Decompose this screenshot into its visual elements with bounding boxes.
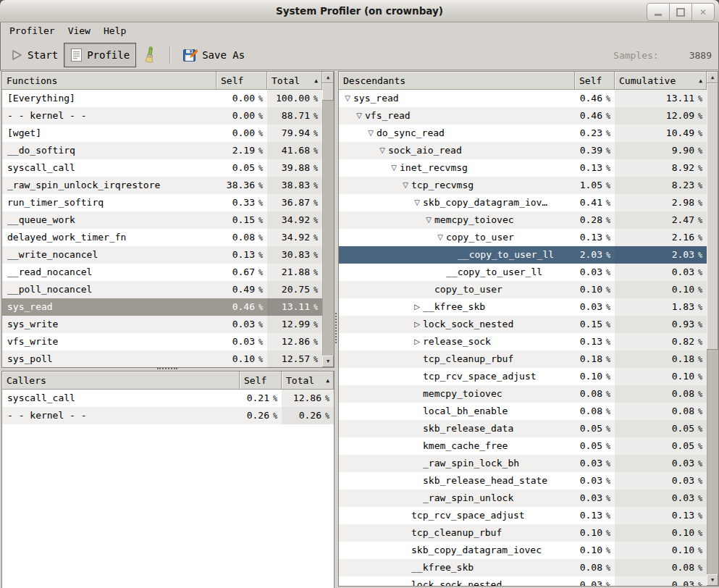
descendants-tree-row[interactable]: __kfree_skb0.08%0.08% [339, 559, 707, 576]
menu-view[interactable]: View [62, 22, 97, 40]
functions-table-row[interactable]: - - kernel - -0.00%88.71% [2, 107, 322, 125]
vertical-splitter[interactable] [333, 71, 338, 585]
descendants-scrollbar[interactable]: ▲ ▼ [707, 72, 718, 586]
functions-table-row[interactable]: __read_nocancel0.67%21.88% [2, 264, 322, 281]
functions-table-row[interactable]: __do_softirq2.19%41.68% [2, 142, 322, 159]
descendants-tree-row[interactable]: ▷release_sock0.13%0.82% [339, 333, 707, 350]
percent-sign: % [698, 477, 702, 485]
descendants-tree-row[interactable]: ▷__kfree_skb0.03%1.83% [339, 298, 707, 316]
descendants-tree-row[interactable]: ▽do_sync_read0.23%10.49% [339, 125, 707, 142]
function-name-cell: sys_read [2, 298, 216, 316]
descendants-tree-row[interactable]: ▽sys_read0.46%13.11% [339, 90, 707, 107]
descendants-tree-row[interactable]: ▽sock_aio_read0.39%9.90% [339, 142, 707, 159]
functions-scrollbar[interactable]: ▲ ▼ [322, 72, 334, 367]
percent-number: 0.03 [580, 579, 602, 586]
menu-help[interactable]: Help [97, 22, 133, 40]
descendants-tree-row[interactable]: ▽vfs_read0.46%12.09% [339, 107, 707, 125]
callers-table-row[interactable]: - - kernel - -0.26%0.26% [2, 407, 334, 424]
descendants-scrollbar-thumb[interactable] [707, 83, 718, 350]
functions-table-row[interactable]: sys_read0.46%13.11% [2, 298, 322, 316]
functions-table-row[interactable]: __poll_nocancel0.49%20.75% [2, 281, 322, 298]
expander-open-icon[interactable]: ▽ [400, 177, 411, 194]
percent-number: 0.13 [580, 510, 602, 521]
functions-table-row[interactable]: syscall_call0.05%39.88% [2, 159, 322, 177]
functions-table-row[interactable]: vfs_write0.03%12.86% [2, 333, 322, 350]
descendants-column-header[interactable]: Descendants [339, 72, 575, 90]
functions-table-row[interactable]: [Everything]0.00%100.00% [2, 90, 322, 107]
callers-column-header[interactable]: Callers [2, 371, 240, 390]
descendants-tree-row[interactable]: skb_copy_datagram_iovec0.10%0.10% [339, 542, 707, 559]
expander-open-icon[interactable]: ▽ [411, 194, 423, 211]
scroll-up-icon[interactable]: ▲ [322, 72, 334, 83]
expander-collapsed-icon[interactable]: ▷ [411, 316, 423, 333]
functions-table-row[interactable]: delayed_work_timer_fn0.08%34.92% [2, 229, 322, 246]
menu-profiler[interactable]: Profiler [3, 22, 62, 40]
self-value: 0.08% [216, 229, 267, 246]
functions-table-row[interactable]: __queue_work0.15%34.92% [2, 211, 322, 229]
callers-total-column-header[interactable]: Total▲ [282, 371, 334, 390]
functions-table-row[interactable]: sys_poll0.10%12.57% [2, 350, 322, 367]
expander-open-icon[interactable]: ▽ [434, 229, 446, 246]
expander-open-icon[interactable]: ▽ [365, 125, 377, 142]
profile-button[interactable]: Profile [64, 43, 136, 67]
descendants-tree-row[interactable]: ▽copy_to_user0.13%2.16% [339, 229, 707, 246]
percent-number: 0.41 [580, 197, 602, 208]
descendants-tree-row[interactable]: ▽tcp_recvmsg1.05%8.23% [339, 177, 707, 194]
expander-open-icon[interactable]: ▽ [388, 159, 400, 177]
function-name-label: vfs_read [365, 107, 411, 125]
descendants-tree-row[interactable]: __copy_to_user_ll0.03%0.03% [339, 264, 707, 281]
close-button[interactable]: ✕ [692, 3, 715, 21]
start-button[interactable]: Start [4, 43, 64, 67]
functions-table-row[interactable]: _raw_spin_unlock_irqrestore38.36%38.83% [2, 177, 322, 194]
descendants-self-column-header[interactable]: Self [575, 72, 615, 90]
descendants-tree-row[interactable]: memcpy_toiovec0.08%0.08% [339, 385, 707, 403]
functions-scrollbar-thumb[interactable] [322, 83, 334, 101]
expander-open-icon[interactable]: ▽ [353, 107, 365, 125]
scroll-down-icon[interactable]: ▼ [322, 356, 334, 367]
callers-table-row[interactable]: syscall_call0.21%12.86% [2, 390, 334, 407]
cumulative-column-header[interactable]: Cumulative▲ [615, 72, 707, 90]
descendants-tree-row[interactable]: local_bh_enable0.08%0.08% [339, 403, 707, 420]
descendants-tree-row[interactable]: _raw_spin_lock_bh0.03%0.03% [339, 455, 707, 472]
percent-sign: % [698, 303, 702, 311]
expander-open-icon[interactable]: ▽ [377, 142, 388, 159]
descendants-tree-row[interactable]: tcp_cleanup_rbuf0.10%0.10% [339, 524, 707, 542]
descendants-tree-row[interactable]: lock_sock_nested0.03%0.03% [339, 576, 707, 586]
percent-sign: % [698, 112, 702, 120]
scroll-up-icon[interactable]: ▲ [707, 72, 718, 83]
total-column-header[interactable]: Total▲ [267, 72, 322, 90]
percent-sign: % [314, 147, 318, 155]
descendants-tree-row[interactable]: tcp_rcv_space_adjust0.10%0.10% [339, 368, 707, 385]
callers-self-column-header[interactable]: Self [240, 371, 282, 390]
percent-sign: % [258, 217, 263, 224]
expander-open-icon[interactable]: ▽ [423, 211, 434, 229]
reset-brush-button[interactable] [136, 43, 164, 67]
descendants-tree-row[interactable]: tcp_rcv_space_adjust0.13%0.13% [339, 507, 707, 524]
expander-collapsed-icon[interactable]: ▷ [411, 298, 423, 316]
descendants-tree-row[interactable]: ▽memcpy_toiovec0.28%2.47% [339, 211, 707, 229]
descendants-tree-row[interactable]: tcp_cleanup_rbuf0.18%0.18% [339, 350, 707, 368]
descendants-tree-row[interactable]: _raw_spin_unlock0.03%0.03% [339, 490, 707, 507]
scroll-down-icon[interactable]: ▼ [707, 574, 718, 586]
descendants-tree-row[interactable]: __copy_to_user_ll2.03%2.03% [339, 246, 707, 264]
functions-table-row[interactable]: sys_write0.03%12.99% [2, 316, 322, 333]
functions-table-row[interactable]: [wget]0.00%79.94% [2, 125, 322, 142]
self-value: 0.46% [575, 107, 615, 125]
functions-table-row[interactable]: run_timer_softirq0.33%36.87% [2, 194, 322, 211]
self-column-header[interactable]: Self [216, 72, 267, 90]
descendants-tree-row[interactable]: copy_to_user0.10%0.10% [339, 281, 707, 298]
expander-open-icon[interactable]: ▽ [342, 90, 353, 107]
save-as-button[interactable]: Save As [177, 43, 251, 67]
expander-collapsed-icon[interactable]: ▷ [411, 333, 423, 350]
descendants-tree-row[interactable]: ▽inet_recvmsg0.13%8.92% [339, 159, 707, 177]
descendants-tree-row[interactable]: kmem_cache_free0.05%0.05% [339, 437, 707, 455]
descendants-tree-row[interactable]: ▷lock_sock_nested0.15%0.93% [339, 316, 707, 333]
maximize-button[interactable] [670, 3, 692, 21]
minimize-button[interactable] [647, 3, 670, 21]
descendants-tree-row[interactable]: skb_release_data0.05%0.05% [339, 420, 707, 437]
functions-table-row[interactable]: __write_nocancel0.13%30.83% [2, 246, 322, 264]
function-name-cell: tcp_cleanup_rbuf [339, 524, 575, 542]
descendants-tree-row[interactable]: skb_release_head_state0.03%0.03% [339, 472, 707, 490]
descendants-tree-row[interactable]: ▽skb_copy_datagram_iov…0.41%2.98% [339, 194, 707, 211]
functions-column-header[interactable]: Functions [2, 72, 216, 90]
